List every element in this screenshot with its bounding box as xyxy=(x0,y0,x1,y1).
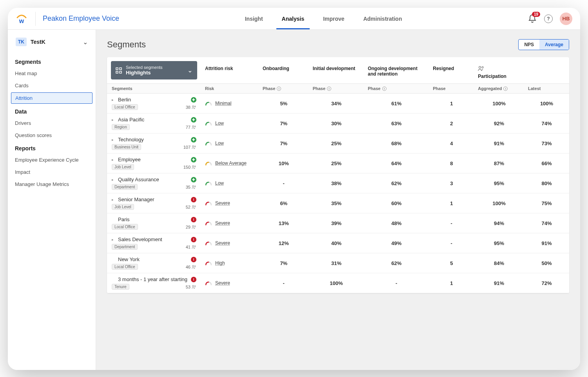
info-icon[interactable]: i xyxy=(277,87,281,91)
segment-count: 29 xyxy=(186,225,196,229)
people-icon xyxy=(192,125,196,129)
sub-aggregated: Aggregatedi xyxy=(474,84,524,93)
expand-caret-icon[interactable]: ▸ xyxy=(112,118,116,122)
cell-latest: 100% xyxy=(524,94,569,113)
segment-count: 150 xyxy=(183,165,196,170)
sidebar-item-question-scores[interactable]: Question scores xyxy=(8,129,96,141)
expand-caret-icon[interactable]: ▸ xyxy=(112,238,116,242)
cell-resigned: 4 xyxy=(429,133,474,153)
segment-name: Asia Pacific xyxy=(118,117,144,123)
expand-caret-icon[interactable]: ▸ xyxy=(112,178,116,182)
score-toggle: NPS Average xyxy=(518,39,569,50)
risk-link[interactable]: Minimal xyxy=(215,101,231,106)
topnav-improve[interactable]: Improve xyxy=(321,9,346,29)
workspace-chip: TK xyxy=(16,38,27,46)
svg-rect-4 xyxy=(120,71,122,73)
gauge-icon xyxy=(205,281,212,285)
table-row: New York!Local Office46 High7%31%62%584%… xyxy=(107,253,569,273)
sidebar-item-drivers[interactable]: Drivers xyxy=(8,117,96,129)
segment-cell[interactable]: Paris!Local Office29 xyxy=(107,213,201,233)
segment-cell[interactable]: 3 months - 1 year after starting!Tenure5… xyxy=(107,273,201,293)
cell-resigned: 3 xyxy=(429,173,474,193)
cell-ongoing: 61% xyxy=(364,94,429,113)
expand-caret-icon[interactable]: ▸ xyxy=(112,158,116,162)
status-indicator-icon: ✚ xyxy=(191,157,196,162)
segment-cell[interactable]: ▸Technology✚Business Unit107 xyxy=(107,133,201,153)
cell-latest: 75% xyxy=(524,193,569,213)
risk-link[interactable]: Severe xyxy=(215,280,230,286)
risk-link[interactable]: Low xyxy=(215,121,224,126)
svg-point-14 xyxy=(194,166,196,167)
toggle-average[interactable]: Average xyxy=(539,40,569,50)
grid-icon xyxy=(116,67,122,74)
sidebar-item-manager-usage[interactable]: Manager Usage Metrics xyxy=(8,178,96,190)
svg-point-21 xyxy=(192,245,194,246)
table-row: ▸Sales Development!Department41 Severe12… xyxy=(107,233,569,253)
risk-link[interactable]: Severe xyxy=(215,240,230,246)
svg-point-11 xyxy=(192,145,194,146)
status-indicator-icon: ✚ xyxy=(191,177,196,182)
cell-resigned: 5 xyxy=(429,253,474,273)
status-indicator-icon: ! xyxy=(191,197,196,202)
gauge-icon xyxy=(205,201,212,206)
risk-link[interactable]: Low xyxy=(215,141,224,146)
segment-cell[interactable]: ▸Asia Pacific✚Region77 xyxy=(107,114,201,133)
risk-link[interactable]: Below Average xyxy=(215,161,247,166)
svg-text:w: w xyxy=(19,18,24,24)
sidebar-item-attrition[interactable]: Attrition xyxy=(11,92,93,104)
svg-point-9 xyxy=(192,125,194,126)
logo[interactable]: w xyxy=(16,12,36,26)
status-indicator-icon: ! xyxy=(191,257,196,262)
people-icon xyxy=(192,165,196,169)
cell-resigned: - xyxy=(429,213,474,233)
cell-onboarding: 5% xyxy=(259,94,309,113)
info-icon[interactable]: i xyxy=(327,87,331,91)
topnav-insight[interactable]: Insight xyxy=(243,9,265,29)
cell-onboarding: 13% xyxy=(259,213,309,233)
expand-caret-icon[interactable]: ▸ xyxy=(112,198,116,202)
svg-point-26 xyxy=(194,285,196,287)
info-icon[interactable]: i xyxy=(382,87,387,91)
cell-initial: 35% xyxy=(309,193,364,213)
expand-caret-icon[interactable]: ▸ xyxy=(112,138,116,142)
svg-point-10 xyxy=(194,126,196,127)
notifications-button[interactable]: 19 xyxy=(528,14,537,23)
sidebar-item-eec[interactable]: Employee Experience Cycle xyxy=(8,154,96,166)
toggle-nps[interactable]: NPS xyxy=(519,40,539,50)
topnav-analysis[interactable]: Analysis xyxy=(280,9,306,29)
sidebar-item-impact[interactable]: Impact xyxy=(8,166,96,178)
segment-cell[interactable]: ▸Berlin✚Local Office38 xyxy=(107,94,201,113)
risk-link[interactable]: Severe xyxy=(215,220,230,226)
sub-initial: Phasei xyxy=(309,84,364,93)
chevron-down-icon: ⌄ xyxy=(187,67,192,74)
risk-link[interactable]: Severe xyxy=(215,200,230,206)
col-initial-dev: Initial development xyxy=(309,57,364,83)
user-avatar[interactable]: HB xyxy=(560,13,572,25)
cell-latest: 72% xyxy=(524,273,569,293)
sidebar-item-cards[interactable]: Cards xyxy=(8,79,96,92)
segment-cell[interactable]: ▸Sales Development!Department41 xyxy=(107,233,201,253)
cell-latest: 74% xyxy=(524,213,569,233)
risk-link[interactable]: High xyxy=(215,260,225,266)
cell-aggregated: 84% xyxy=(474,253,524,273)
svg-point-23 xyxy=(192,265,194,266)
expand-caret-icon[interactable]: ▸ xyxy=(112,98,116,102)
segment-tag: Job Level xyxy=(112,164,134,170)
segment-tag: Local Office xyxy=(112,224,138,230)
svg-point-25 xyxy=(192,285,194,286)
risk-link[interactable]: Low xyxy=(215,180,224,186)
segment-cell[interactable]: ▸Employee✚Job Level150 xyxy=(107,153,201,173)
help-button[interactable]: ? xyxy=(544,14,553,23)
topnav-administration[interactable]: Administration xyxy=(362,9,404,29)
workspace-selector[interactable]: TK TestK ⌄ xyxy=(14,36,89,48)
table-row: ▸Quality Assurance✚Department35 Low-38%6… xyxy=(107,173,569,193)
segment-cell[interactable]: New York!Local Office46 xyxy=(107,253,201,273)
info-icon[interactable]: i xyxy=(503,87,508,91)
segment-selector-dropdown[interactable]: Selected segments Highlights ⌄ xyxy=(111,61,197,79)
sidebar-item-heatmap[interactable]: Heat map xyxy=(8,67,96,79)
cell-aggregated: 100% xyxy=(474,193,524,213)
cell-onboarding: 7% xyxy=(259,114,309,133)
segment-cell[interactable]: ▸Quality Assurance✚Department35 xyxy=(107,173,201,193)
segment-cell[interactable]: ▸Senior Manager!Job Level52 xyxy=(107,193,201,213)
gauge-icon xyxy=(205,241,212,245)
